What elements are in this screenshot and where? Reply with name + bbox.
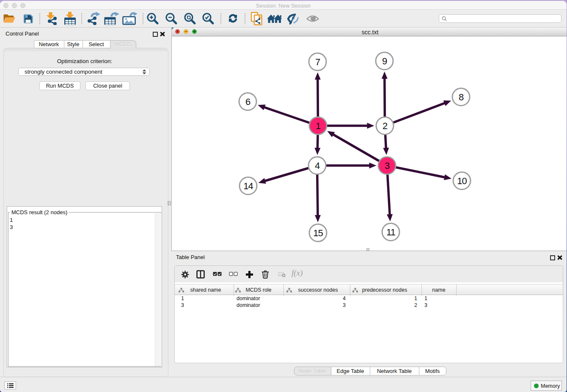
svg-text:6: 6 <box>245 97 250 107</box>
svg-text:3: 3 <box>385 160 390 171</box>
svg-text:2: 2 <box>383 121 388 131</box>
svg-text:8: 8 <box>459 92 464 102</box>
svg-text:10: 10 <box>457 176 467 186</box>
svg-text:14: 14 <box>243 181 253 191</box>
svg-text:9: 9 <box>382 56 387 66</box>
svg-text:15: 15 <box>313 228 323 238</box>
svg-text:11: 11 <box>386 227 396 237</box>
svg-text:4: 4 <box>315 160 320 171</box>
svg-text:7: 7 <box>315 57 320 67</box>
svg-text:1: 1 <box>316 121 321 131</box>
